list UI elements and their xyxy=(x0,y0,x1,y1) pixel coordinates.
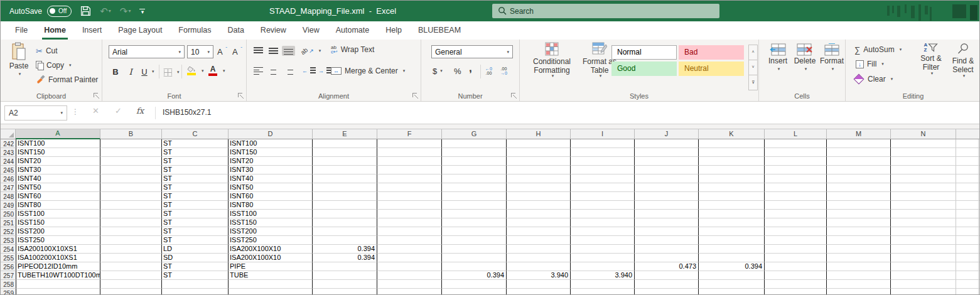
cell-G257[interactable]: 0.394 xyxy=(442,271,507,280)
cell-B255[interactable] xyxy=(100,254,162,262)
cell-style-normal[interactable]: Normal xyxy=(611,45,677,60)
cell-D251[interactable]: ISST150 xyxy=(229,218,313,227)
cell-I243[interactable] xyxy=(571,148,635,157)
cell-A245[interactable]: ISNT30 xyxy=(16,166,100,174)
cell-J247[interactable] xyxy=(635,183,699,192)
cell-G259[interactable] xyxy=(442,289,507,294)
cell-H244[interactable] xyxy=(507,157,571,166)
cell-D248[interactable]: ISNT60 xyxy=(229,192,313,201)
cell-C249[interactable]: ST xyxy=(162,201,229,210)
cell-style-good[interactable]: Good xyxy=(611,62,677,76)
cell-I257[interactable]: 3.940 xyxy=(571,271,635,280)
row-header-252[interactable]: 252 xyxy=(1,227,16,236)
cell-N249[interactable] xyxy=(891,201,956,210)
cell-C256[interactable]: ST xyxy=(162,262,229,271)
row-header-258[interactable]: 258 xyxy=(1,280,16,289)
row-header-247[interactable]: 247 xyxy=(1,183,16,192)
cell-D256[interactable]: PIPE xyxy=(229,262,313,271)
increase-decimal-button[interactable]: ←0.00 xyxy=(485,65,492,77)
cell-L257[interactable] xyxy=(765,271,827,280)
cell-K257[interactable] xyxy=(699,271,765,280)
column-header-L[interactable]: L xyxy=(765,129,827,139)
cell-N246[interactable] xyxy=(891,174,956,183)
cell-J242[interactable] xyxy=(635,139,699,148)
cell-L255[interactable] xyxy=(765,254,827,262)
cell-A247[interactable]: ISNT50 xyxy=(16,183,100,192)
autosave-toggle[interactable]: Off xyxy=(47,6,72,17)
row-header-250[interactable]: 250 xyxy=(1,210,16,218)
cell-G244[interactable] xyxy=(442,157,507,166)
cell-I242[interactable] xyxy=(571,139,635,148)
cell-N253[interactable] xyxy=(891,236,956,245)
dialog-launcher-icon[interactable] xyxy=(238,93,244,99)
cell-M250[interactable] xyxy=(827,210,891,218)
cell-G256[interactable] xyxy=(442,262,507,271)
cell-D255[interactable]: ISA200X100X10 xyxy=(229,254,313,262)
cell-D247[interactable]: ISNT50 xyxy=(229,183,313,192)
decrease-indent-button[interactable]: ← xyxy=(302,65,318,77)
cell-I256[interactable] xyxy=(571,262,635,271)
cell-B259[interactable] xyxy=(100,289,162,294)
cell-K251[interactable] xyxy=(699,218,765,227)
cell-J257[interactable] xyxy=(635,271,699,280)
cell-H250[interactable] xyxy=(507,210,571,218)
bold-button[interactable]: B xyxy=(110,65,121,78)
cell-I254[interactable] xyxy=(571,245,635,254)
cell-J256[interactable]: 0.473 xyxy=(635,262,699,271)
autosum-button[interactable]: ∑ AutoSum ▾ xyxy=(854,43,902,56)
merge-center-button[interactable]: ↔ Merge & Center ▾ xyxy=(331,65,405,77)
cell-H247[interactable] xyxy=(507,183,571,192)
font-color-button[interactable]: A ▾ xyxy=(208,65,225,77)
cell-E253[interactable] xyxy=(313,236,377,245)
redo-button[interactable]: ↷▾ xyxy=(120,6,131,17)
cell-A242[interactable]: ISNT100 xyxy=(16,139,100,148)
insert-function-button[interactable]: fx xyxy=(136,106,144,115)
cell-F249[interactable] xyxy=(377,201,442,210)
clear-button[interactable]: Clear ▾ xyxy=(855,73,893,85)
row-header-242[interactable]: 242 xyxy=(1,139,16,148)
cell-C245[interactable]: ST xyxy=(162,166,229,174)
cell-A257[interactable]: TUBETH10WT100DT100mm xyxy=(16,271,100,280)
cell-M252[interactable] xyxy=(827,227,891,236)
cell-E244[interactable] xyxy=(313,157,377,166)
cell-B253[interactable] xyxy=(100,236,162,245)
cell-M246[interactable] xyxy=(827,174,891,183)
cell-H248[interactable] xyxy=(507,192,571,201)
row-header-254[interactable]: 254 xyxy=(1,245,16,254)
cell-K242[interactable] xyxy=(699,139,765,148)
cell-H252[interactable] xyxy=(507,227,571,236)
cell-B254[interactable] xyxy=(100,245,162,254)
cell-C242[interactable]: ST xyxy=(162,139,229,148)
cell-A255[interactable]: ISA100200X10XS1 xyxy=(16,254,100,262)
cell-B249[interactable] xyxy=(100,201,162,210)
cell-B252[interactable] xyxy=(100,227,162,236)
cell-A248[interactable]: ISNT60 xyxy=(16,192,100,201)
cell-G249[interactable] xyxy=(442,201,507,210)
cell-L242[interactable] xyxy=(765,139,827,148)
cell-G246[interactable] xyxy=(442,174,507,183)
cell-E252[interactable] xyxy=(313,227,377,236)
cell-M243[interactable] xyxy=(827,148,891,157)
format-cells-button[interactable]: Format ▾ xyxy=(819,43,844,72)
cell-G247[interactable] xyxy=(442,183,507,192)
cell-H259[interactable] xyxy=(507,289,571,294)
row-header-256[interactable]: 256 xyxy=(1,262,16,271)
cell-D249[interactable]: ISNT80 xyxy=(229,201,313,210)
cell-I250[interactable] xyxy=(571,210,635,218)
cell-H253[interactable] xyxy=(507,236,571,245)
cell-A256[interactable]: PIPEOD12ID10mm xyxy=(16,262,100,271)
column-header-F[interactable]: F xyxy=(377,129,442,139)
cell-A259[interactable] xyxy=(16,289,100,294)
cell-B257[interactable] xyxy=(100,271,162,280)
cell-E249[interactable] xyxy=(313,201,377,210)
row-header-246[interactable]: 246 xyxy=(1,174,16,183)
cell-J243[interactable] xyxy=(635,148,699,157)
cell-C243[interactable]: ST xyxy=(162,148,229,157)
cell-G245[interactable] xyxy=(442,166,507,174)
cell-J259[interactable] xyxy=(635,289,699,294)
cell-B247[interactable] xyxy=(100,183,162,192)
font-name-select[interactable]: Arial ▾ xyxy=(109,45,185,58)
cell-H245[interactable] xyxy=(507,166,571,174)
cell-N257[interactable] xyxy=(891,271,956,280)
cell-M244[interactable] xyxy=(827,157,891,166)
